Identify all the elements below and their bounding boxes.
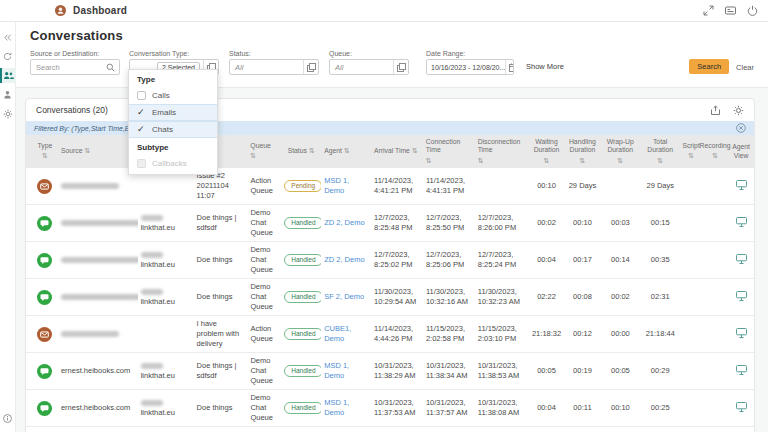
table-row[interactable]: ernest.heibooks.comlinkthat.euDoe things… bbox=[26, 353, 754, 390]
time-text: 4:41:21 PM bbox=[374, 186, 420, 196]
sort-icon[interactable]: ⇅ bbox=[544, 157, 550, 166]
handling-duration-value: 29 Days bbox=[569, 181, 597, 190]
sort-icon[interactable]: ⇅ bbox=[579, 157, 585, 166]
column-header-waiting-duration[interactable]: Waiting Duration⇅ bbox=[529, 136, 565, 168]
redacted-source bbox=[61, 183, 119, 189]
clear-filter-icon[interactable] bbox=[736, 123, 746, 133]
agent-view-icon[interactable] bbox=[736, 328, 747, 338]
cell-connection-time: 10/31/2023,11:37:57 AM bbox=[423, 396, 475, 420]
date-range-picker[interactable]: 10/16/2023 - 12/08/20... bbox=[426, 59, 514, 75]
agent-view-icon[interactable] bbox=[736, 365, 747, 375]
power-icon[interactable] bbox=[747, 5, 758, 16]
agent-link[interactable]: ZD 2, Demo bbox=[324, 255, 364, 264]
date-text: 10/31/2023, bbox=[374, 361, 420, 371]
waiting-duration-value: 00:02 bbox=[537, 218, 556, 227]
agent-view-icon[interactable] bbox=[736, 217, 747, 227]
dropdown-option-calls[interactable]: Calls bbox=[129, 87, 217, 104]
agent-link[interactable]: CUBE1, Demo bbox=[324, 324, 351, 343]
column-header-source[interactable]: Source⇅ bbox=[58, 145, 138, 158]
column-header-type[interactable]: Type⇅ bbox=[32, 140, 58, 163]
queue-value: All bbox=[330, 63, 343, 72]
settings-gear-icon[interactable] bbox=[0, 106, 16, 121]
date-text: 11/30/2023, bbox=[374, 287, 420, 297]
cell-queue: Demo Chat Queue bbox=[247, 354, 281, 387]
column-header-queue[interactable]: Queue⇅ bbox=[247, 140, 281, 163]
queue-select[interactable]: All bbox=[329, 59, 409, 75]
date-text: 11/15/2023, bbox=[478, 324, 526, 334]
user-icon[interactable] bbox=[0, 87, 16, 102]
info-icon[interactable] bbox=[0, 411, 16, 426]
sidebar-item-conversations[interactable] bbox=[0, 68, 16, 83]
agent-view-icon[interactable] bbox=[736, 291, 747, 301]
column-header-arrival-time[interactable]: Arrival Time⇅ bbox=[371, 145, 423, 158]
sort-icon[interactable]: ⇅ bbox=[712, 152, 718, 161]
time-text: 11:38:29 AM bbox=[374, 371, 420, 381]
search-icon[interactable] bbox=[106, 63, 119, 72]
agent-link[interactable]: MSD 1, Demo bbox=[324, 176, 349, 195]
dropdown-option-chats[interactable]: ✓Chats bbox=[129, 121, 217, 138]
sort-icon[interactable]: ⇅ bbox=[617, 157, 623, 166]
sort-icon[interactable]: ⇅ bbox=[250, 152, 256, 161]
redacted-destination-prefix bbox=[141, 400, 163, 406]
export-icon[interactable] bbox=[710, 105, 721, 116]
status-select[interactable]: All bbox=[229, 59, 319, 75]
sort-icon[interactable]: ⇅ bbox=[412, 147, 418, 156]
expand-icon[interactable] bbox=[703, 5, 714, 16]
agent-link[interactable]: SF 2, Demo bbox=[324, 292, 364, 301]
sort-icon[interactable]: ⇅ bbox=[657, 157, 663, 166]
table-row[interactable]: linkthat.euDoe thingsDemo Chat QueueHand… bbox=[26, 242, 754, 279]
checkmark-icon[interactable]: ✓ bbox=[137, 108, 146, 117]
agent-link[interactable]: MSD 1, Demo bbox=[324, 361, 349, 380]
clear-button[interactable]: Clear bbox=[736, 63, 754, 75]
search-input[interactable] bbox=[31, 63, 106, 72]
collapse-menu-icon[interactable] bbox=[0, 30, 16, 45]
cell-source bbox=[58, 327, 138, 341]
table-row[interactable]: linkthat.euDoe things | sdfsdfDemo Chat … bbox=[26, 205, 754, 242]
agent-link[interactable]: ZD 2, Demo bbox=[324, 218, 364, 227]
table-settings-gear-icon[interactable] bbox=[733, 105, 744, 116]
table-row[interactable]: I have problem with deliveryAction Queue… bbox=[26, 316, 754, 353]
show-more-link[interactable]: Show More bbox=[526, 62, 564, 75]
cell-subject: Doe things | sdfsdf bbox=[194, 359, 248, 383]
search-button[interactable]: Search bbox=[689, 59, 729, 74]
multiselect-icon[interactable] bbox=[303, 60, 318, 74]
dropdown-option-callbacks[interactable]: Callbacks bbox=[129, 155, 217, 172]
agent-view-icon[interactable] bbox=[736, 402, 747, 412]
column-header-disconnection-time[interactable]: Disconnection Time⇅ bbox=[475, 136, 529, 168]
column-header-wrap-up-duration[interactable]: Wrap-Up Duration⇅ bbox=[600, 136, 640, 168]
calendar-icon[interactable] bbox=[505, 60, 514, 74]
multiselect-icon[interactable] bbox=[393, 60, 408, 74]
checkbox-icon[interactable] bbox=[137, 91, 146, 100]
sort-icon[interactable]: ⇅ bbox=[309, 147, 315, 156]
checkmark-icon[interactable]: ✓ bbox=[137, 125, 146, 134]
table-row[interactable]: ernest.heibooks.comlinkthat.euDoe things… bbox=[26, 390, 754, 427]
column-header-handling-duration[interactable]: Handling Duration⇅ bbox=[564, 136, 600, 168]
table-row[interactable]: linkthat.euDoe thingsDemo Chat QueueHand… bbox=[26, 279, 754, 316]
wrapup-duration-value: 00:02 bbox=[611, 292, 630, 301]
sort-icon[interactable]: ⇅ bbox=[426, 157, 432, 166]
column-header-total-duration[interactable]: Total Duration⇅ bbox=[640, 136, 680, 168]
subject-text: I have problem with delivery bbox=[197, 319, 240, 348]
sync-icon[interactable] bbox=[0, 49, 16, 64]
agent-view-icon[interactable] bbox=[736, 180, 747, 190]
queue-text: Action Queue bbox=[250, 176, 273, 195]
sort-icon[interactable]: ⇅ bbox=[42, 152, 48, 161]
column-header-status[interactable]: Status⇅ bbox=[281, 145, 321, 158]
agent-card-icon[interactable] bbox=[725, 5, 736, 16]
cell-recording bbox=[702, 184, 728, 188]
sort-icon[interactable]: ⇅ bbox=[478, 157, 484, 166]
sort-icon[interactable]: ⇅ bbox=[688, 152, 694, 161]
agent-view-icon[interactable] bbox=[736, 254, 747, 264]
column-header-agent[interactable]: Agent⇅ bbox=[321, 145, 371, 158]
date-text: 10/31/2023, bbox=[426, 361, 472, 371]
column-header-connection-time[interactable]: Connection Time⇅ bbox=[423, 136, 475, 168]
dropdown-option-emails[interactable]: ✓Emails bbox=[129, 104, 217, 121]
total-duration-value: 29 Days bbox=[647, 181, 675, 190]
agent-link[interactable]: MSD 1, Demo bbox=[324, 398, 349, 417]
source-search-field[interactable] bbox=[30, 59, 120, 75]
time-text: 8:25:02 PM bbox=[374, 260, 420, 270]
sort-icon[interactable]: ⇅ bbox=[344, 147, 350, 156]
column-header-recording[interactable]: Recording⇅ bbox=[702, 140, 728, 163]
time-text: 4:41:31 PM bbox=[426, 186, 472, 196]
sort-icon[interactable]: ⇅ bbox=[84, 147, 90, 156]
